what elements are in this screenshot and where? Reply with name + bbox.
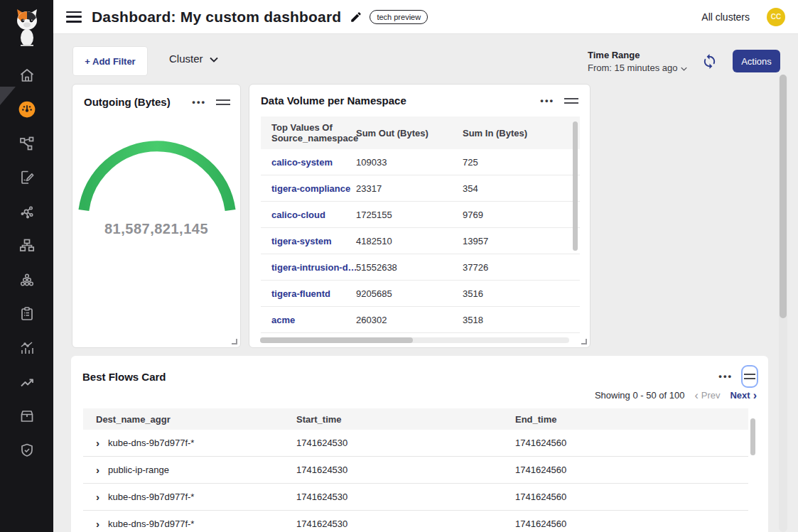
expand-row-chevron-icon[interactable]: › xyxy=(96,521,99,528)
namespace-link[interactable]: tigera-intrusion-d… xyxy=(261,262,356,273)
sidebar-item-home[interactable] xyxy=(0,60,53,94)
table-row: acme2603023518 xyxy=(261,307,580,333)
sum-in-value: 3518 xyxy=(463,315,569,325)
namespace-link[interactable]: tigera-system xyxy=(261,236,356,246)
prev-page-button[interactable]: ‹ Prev xyxy=(694,390,720,401)
sitemap-icon xyxy=(18,237,36,257)
sum-in-value: 13957 xyxy=(463,236,569,246)
all-clusters-selector[interactable]: All clusters xyxy=(701,11,750,23)
table-vertical-scrollbar[interactable] xyxy=(750,418,755,455)
sidebar-item-threat-feeds[interactable] xyxy=(0,196,53,230)
sidebar-item-dashboards[interactable] xyxy=(0,94,53,128)
hamburger-menu-icon[interactable] xyxy=(66,11,82,23)
card-resize-handle[interactable] xyxy=(232,339,237,344)
card-options-menu-icon[interactable]: ••• xyxy=(540,98,554,104)
bar-chart-line-icon xyxy=(18,340,36,359)
column-header: Start_time xyxy=(296,414,515,425)
page-scrollbar-track xyxy=(779,75,787,532)
column-header: Sum Out (Bytes) xyxy=(356,128,463,139)
expand-row-chevron-icon[interactable]: › xyxy=(96,467,99,474)
shield-check-icon xyxy=(18,442,36,462)
sum-in-value: 37726 xyxy=(463,262,569,273)
top-bar: Dashboard: My custom dashboard tech prev… xyxy=(53,0,798,34)
sum-out-value: 260302 xyxy=(356,315,463,325)
sum-in-value: 725 xyxy=(463,157,569,168)
time-range-label: Time Range xyxy=(588,50,687,60)
sidebar-item-networking[interactable] xyxy=(0,230,53,264)
dest-name-cell: ›kube-dns-9b7d977f-* xyxy=(83,492,296,502)
next-page-button[interactable]: Next › xyxy=(730,390,757,401)
column-header: End_time xyxy=(515,414,748,425)
next-label: Next xyxy=(730,390,750,401)
home-icon xyxy=(18,67,36,87)
molecule-icon xyxy=(18,203,36,223)
table-row: ›kube-dns-9b7d977f-*17416245301741624560 xyxy=(83,484,748,511)
sum-out-value: 51552638 xyxy=(356,262,463,273)
time-range-selector[interactable]: From: 15 minutes ago xyxy=(588,63,687,73)
dashboards-gauge-icon-active xyxy=(18,100,36,121)
namespace-link[interactable]: tigera-compliance xyxy=(261,183,356,194)
table-horizontal-scrollbar[interactable] xyxy=(260,337,413,343)
trending-up-icon xyxy=(18,374,36,393)
tech-preview-badge: tech preview xyxy=(370,10,428,24)
end-time-value: 1741624560 xyxy=(515,519,748,529)
card-resize-handle[interactable] xyxy=(581,339,587,344)
data-volume-card: Data Volume per Namespace ••• Top Values… xyxy=(249,84,591,348)
sidebar-item-workloads[interactable] xyxy=(0,401,53,435)
actions-button[interactable]: Actions xyxy=(733,50,780,72)
table-row: tigera-fluentd92056853516 xyxy=(261,281,580,307)
card-drag-handle-icon[interactable] xyxy=(216,99,230,105)
sidebar-item-compliance-reports[interactable] xyxy=(0,298,53,332)
document-edit-icon xyxy=(18,169,36,189)
page-scrollbar[interactable] xyxy=(780,75,787,318)
sidebar-item-service-graph[interactable] xyxy=(0,128,53,162)
edit-dashboard-pencil-icon[interactable] xyxy=(350,11,362,23)
sidebar-item-trends[interactable] xyxy=(0,367,53,401)
chevron-down-icon xyxy=(681,63,687,73)
card-options-menu-icon[interactable]: ••• xyxy=(718,374,733,379)
card-drag-handle-icon[interactable] xyxy=(564,98,578,104)
data-volume-table: Top Values Of Source_namespace Sum Out (… xyxy=(261,116,580,343)
gauge-value: 81,587,821,145 xyxy=(72,221,240,237)
namespace-link[interactable]: tigera-fluentd xyxy=(261,288,356,299)
table-header-row: Top Values Of Source_namespace Sum Out (… xyxy=(261,116,580,149)
namespace-link[interactable]: acme xyxy=(261,315,356,325)
end-time-value: 1741624560 xyxy=(515,492,748,502)
card-drag-handle-focused[interactable] xyxy=(741,365,758,388)
table-horizontal-scrollbar-track xyxy=(260,337,569,343)
end-time-value: 1741624560 xyxy=(515,438,748,448)
clipboard-list-icon xyxy=(18,305,36,325)
outgoing-bytes-card: Outgoing (Bytes) ••• 81,587,821,145 xyxy=(72,84,241,348)
namespace-link[interactable]: calico-cloud xyxy=(261,210,356,220)
gauge-arc xyxy=(84,146,230,210)
dest-name-cell: ›public-ip-range xyxy=(83,465,296,475)
expand-row-chevron-icon[interactable]: › xyxy=(96,494,99,501)
sidebar-item-policies[interactable] xyxy=(0,162,53,196)
expand-row-chevron-icon[interactable]: › xyxy=(96,440,99,447)
dest-name: public-ip-range xyxy=(108,465,169,475)
calico-cat-logo[interactable] xyxy=(0,0,53,55)
card-options-menu-icon[interactable]: ••• xyxy=(192,99,206,105)
user-avatar[interactable]: CC xyxy=(767,8,785,26)
page-title: Dashboard: My custom dashboard xyxy=(92,9,341,26)
table-row: ›kube-dns-9b7d977f-*17416245301741624560 xyxy=(83,511,748,532)
chevron-down-icon xyxy=(210,53,218,65)
best-flows-card: Best Flows Card ••• Showing 0 - 50 of 10… xyxy=(71,356,768,532)
table-row: ›kube-dns-9b7d977f-*17416245301741624560 xyxy=(83,430,748,457)
sidebar-item-activity-logs[interactable] xyxy=(0,332,53,367)
namespace-link[interactable]: calico-system xyxy=(261,157,356,168)
cluster-filter-dropdown[interactable]: Cluster xyxy=(169,53,218,65)
table-row: calico-system109033725 xyxy=(261,149,580,175)
best-flows-table-body: ›kube-dns-9b7d977f-*17416245301741624560… xyxy=(83,430,748,532)
sum-in-value: 9769 xyxy=(463,210,569,220)
sum-out-value: 109033 xyxy=(356,157,463,168)
dest-name: kube-dns-9b7d977f-* xyxy=(108,438,194,448)
dest-name-cell: ›kube-dns-9b7d977f-* xyxy=(83,519,296,529)
sidebar-item-image-assurance[interactable] xyxy=(0,264,53,298)
column-header: Top Values Of Source_namespace xyxy=(261,122,356,143)
refresh-icon[interactable] xyxy=(701,53,718,72)
table-vertical-scrollbar[interactable] xyxy=(573,121,578,251)
add-filter-button[interactable]: + Add Filter xyxy=(72,46,148,76)
start-time-value: 1741624530 xyxy=(296,519,515,529)
sidebar-item-security[interactable] xyxy=(0,435,53,469)
